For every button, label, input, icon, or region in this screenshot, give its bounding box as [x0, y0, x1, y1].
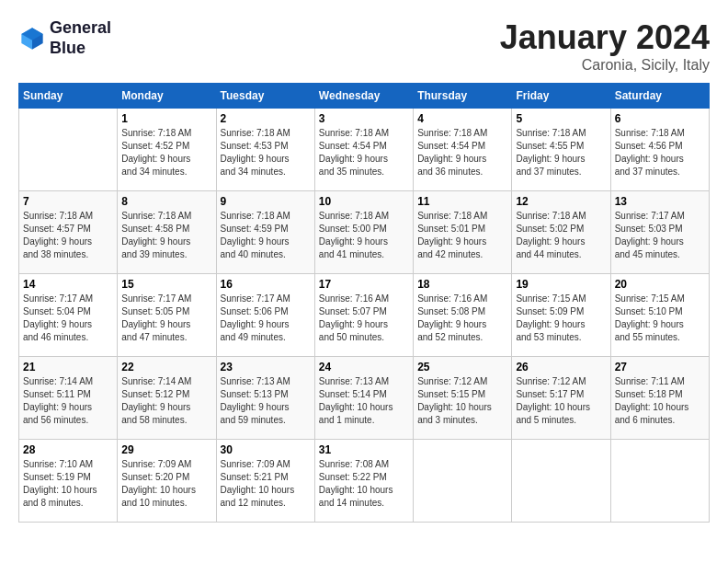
calendar-cell: 20Sunrise: 7:15 AM Sunset: 5:10 PM Dayli… — [610, 274, 709, 357]
calendar-cell: 12Sunrise: 7:18 AM Sunset: 5:02 PM Dayli… — [512, 191, 610, 274]
calendar-cell: 22Sunrise: 7:14 AM Sunset: 5:12 PM Dayli… — [118, 357, 216, 440]
day-number: 30 — [221, 443, 311, 456]
day-info: Sunrise: 7:12 AM Sunset: 5:17 PM Dayligh… — [516, 375, 606, 427]
calendar-cell: 2Sunrise: 7:18 AM Sunset: 4:53 PM Daylig… — [216, 109, 314, 191]
day-info: Sunrise: 7:15 AM Sunset: 5:10 PM Dayligh… — [615, 293, 705, 344]
calendar-cell: 31Sunrise: 7:08 AM Sunset: 5:22 PM Dayli… — [314, 440, 413, 523]
day-info: Sunrise: 7:18 AM Sunset: 4:53 PM Dayligh… — [221, 127, 311, 178]
day-info: Sunrise: 7:13 AM Sunset: 5:14 PM Dayligh… — [319, 375, 409, 427]
day-number: 13 — [615, 195, 705, 208]
weekday-header-wednesday: Wednesday — [314, 84, 413, 109]
day-number: 24 — [319, 361, 409, 373]
day-number: 19 — [516, 278, 606, 291]
day-number: 7 — [23, 195, 113, 208]
weekday-header-thursday: Thursday — [414, 84, 512, 109]
day-number: 20 — [615, 278, 705, 291]
month-title: January 2024 — [500, 18, 710, 57]
day-number: 11 — [417, 195, 507, 208]
day-info: Sunrise: 7:18 AM Sunset: 5:00 PM Dayligh… — [319, 210, 409, 261]
calendar-cell — [610, 440, 709, 523]
calendar-cell: 8Sunrise: 7:18 AM Sunset: 4:58 PM Daylig… — [118, 191, 216, 274]
calendar-cell: 5Sunrise: 7:18 AM Sunset: 4:55 PM Daylig… — [512, 109, 610, 191]
day-number: 29 — [121, 443, 211, 456]
calendar-cell: 10Sunrise: 7:18 AM Sunset: 5:00 PM Dayli… — [314, 191, 413, 274]
calendar-header: SundayMondayTuesdayWednesdayThursdayFrid… — [19, 84, 710, 109]
calendar-cell: 21Sunrise: 7:14 AM Sunset: 5:11 PM Dayli… — [19, 357, 118, 440]
weekday-header-monday: Monday — [118, 84, 216, 109]
logo-line2: Blue — [50, 39, 111, 59]
day-number: 12 — [516, 195, 606, 208]
calendar-cell: 14Sunrise: 7:17 AM Sunset: 5:04 PM Dayli… — [19, 274, 118, 357]
day-info: Sunrise: 7:18 AM Sunset: 4:57 PM Dayligh… — [23, 210, 113, 261]
calendar-cell — [414, 440, 512, 523]
day-number: 15 — [121, 278, 211, 291]
day-number: 25 — [417, 361, 507, 373]
day-info: Sunrise: 7:11 AM Sunset: 5:18 PM Dayligh… — [615, 375, 705, 427]
calendar-cell: 6Sunrise: 7:18 AM Sunset: 4:56 PM Daylig… — [610, 109, 709, 191]
weekday-header-tuesday: Tuesday — [216, 84, 314, 109]
day-info: Sunrise: 7:08 AM Sunset: 5:22 PM Dayligh… — [319, 458, 409, 510]
calendar-cell: 19Sunrise: 7:15 AM Sunset: 5:09 PM Dayli… — [512, 274, 610, 357]
day-info: Sunrise: 7:18 AM Sunset: 4:55 PM Dayligh… — [516, 127, 606, 178]
day-number: 16 — [221, 278, 311, 291]
day-info: Sunrise: 7:10 AM Sunset: 5:19 PM Dayligh… — [23, 458, 113, 510]
calendar-week-4: 21Sunrise: 7:14 AM Sunset: 5:11 PM Dayli… — [19, 357, 710, 440]
day-info: Sunrise: 7:18 AM Sunset: 4:58 PM Dayligh… — [121, 210, 211, 261]
day-info: Sunrise: 7:18 AM Sunset: 4:54 PM Dayligh… — [417, 127, 507, 178]
day-info: Sunrise: 7:17 AM Sunset: 5:04 PM Dayligh… — [23, 293, 113, 344]
day-info: Sunrise: 7:18 AM Sunset: 5:02 PM Dayligh… — [516, 210, 606, 261]
day-info: Sunrise: 7:16 AM Sunset: 5:07 PM Dayligh… — [319, 293, 409, 344]
calendar-week-5: 28Sunrise: 7:10 AM Sunset: 5:19 PM Dayli… — [19, 440, 710, 523]
day-number: 28 — [23, 443, 113, 456]
day-number: 22 — [121, 361, 211, 373]
day-number: 5 — [516, 112, 606, 125]
calendar-cell: 24Sunrise: 7:13 AM Sunset: 5:14 PM Dayli… — [314, 357, 413, 440]
day-number: 1 — [121, 112, 211, 125]
weekday-header-friday: Friday — [512, 84, 610, 109]
weekday-header-sunday: Sunday — [19, 84, 118, 109]
title-section: January 2024 Caronia, Sicily, Italy — [500, 18, 710, 74]
calendar-cell: 1Sunrise: 7:18 AM Sunset: 4:52 PM Daylig… — [118, 109, 216, 191]
logo-icon — [18, 25, 46, 52]
day-info: Sunrise: 7:16 AM Sunset: 5:08 PM Dayligh… — [417, 293, 507, 344]
day-number: 17 — [319, 278, 409, 291]
calendar-cell: 9Sunrise: 7:18 AM Sunset: 4:59 PM Daylig… — [216, 191, 314, 274]
calendar-cell — [512, 440, 610, 523]
calendar-body: 1Sunrise: 7:18 AM Sunset: 4:52 PM Daylig… — [19, 109, 710, 523]
day-info: Sunrise: 7:14 AM Sunset: 5:11 PM Dayligh… — [23, 375, 113, 427]
day-info: Sunrise: 7:18 AM Sunset: 5:01 PM Dayligh… — [417, 210, 507, 261]
calendar-week-3: 14Sunrise: 7:17 AM Sunset: 5:04 PM Dayli… — [19, 274, 710, 357]
day-info: Sunrise: 7:17 AM Sunset: 5:05 PM Dayligh… — [121, 293, 211, 344]
day-number: 9 — [221, 195, 311, 208]
calendar-week-1: 1Sunrise: 7:18 AM Sunset: 4:52 PM Daylig… — [19, 109, 710, 191]
calendar-cell: 23Sunrise: 7:13 AM Sunset: 5:13 PM Dayli… — [216, 357, 314, 440]
calendar-cell: 7Sunrise: 7:18 AM Sunset: 4:57 PM Daylig… — [19, 191, 118, 274]
day-info: Sunrise: 7:12 AM Sunset: 5:15 PM Dayligh… — [417, 375, 507, 427]
day-number: 31 — [319, 443, 409, 456]
day-number: 26 — [516, 361, 606, 373]
logo-line1: General — [50, 18, 111, 39]
day-info: Sunrise: 7:17 AM Sunset: 5:06 PM Dayligh… — [221, 293, 311, 344]
day-info: Sunrise: 7:13 AM Sunset: 5:13 PM Dayligh… — [221, 375, 311, 427]
weekday-header-saturday: Saturday — [610, 84, 709, 109]
day-number: 10 — [319, 195, 409, 208]
calendar-cell — [19, 109, 118, 191]
day-info: Sunrise: 7:15 AM Sunset: 5:09 PM Dayligh… — [516, 293, 606, 344]
calendar-cell: 27Sunrise: 7:11 AM Sunset: 5:18 PM Dayli… — [610, 357, 709, 440]
day-number: 3 — [319, 112, 409, 125]
day-info: Sunrise: 7:18 AM Sunset: 4:56 PM Dayligh… — [615, 127, 705, 178]
location-subtitle: Caronia, Sicily, Italy — [500, 57, 710, 74]
calendar-cell: 30Sunrise: 7:09 AM Sunset: 5:21 PM Dayli… — [216, 440, 314, 523]
day-number: 21 — [23, 361, 113, 373]
day-number: 8 — [121, 195, 211, 208]
calendar-cell: 25Sunrise: 7:12 AM Sunset: 5:15 PM Dayli… — [414, 357, 512, 440]
weekday-row: SundayMondayTuesdayWednesdayThursdayFrid… — [19, 84, 710, 109]
day-number: 6 — [615, 112, 705, 125]
logo: General Blue — [18, 18, 111, 58]
calendar-cell: 11Sunrise: 7:18 AM Sunset: 5:01 PM Dayli… — [414, 191, 512, 274]
page-header: General Blue January 2024 Caronia, Sicil… — [18, 18, 710, 74]
day-number: 23 — [221, 361, 311, 373]
day-number: 2 — [221, 112, 311, 125]
calendar-table: SundayMondayTuesdayWednesdayThursdayFrid… — [18, 83, 710, 523]
day-info: Sunrise: 7:09 AM Sunset: 5:20 PM Dayligh… — [121, 458, 211, 510]
